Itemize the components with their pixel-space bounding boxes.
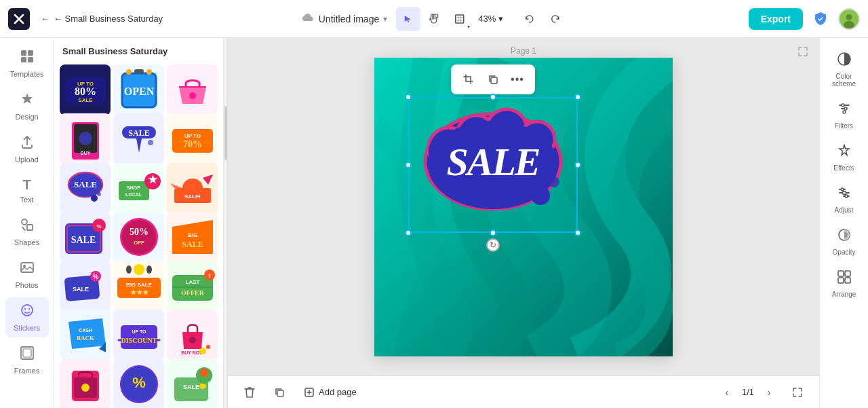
svg-text:SALE: SALE [74,179,97,189]
handle-bottom-right[interactable] [574,229,581,236]
sidebar-item-shapes[interactable]: Shapes [5,212,49,252]
sticker-item-6[interactable]: UP TO 70% [167,113,218,164]
undo-button[interactable] [517,7,541,31]
svg-point-58 [122,220,156,254]
sticker-item-11[interactable]: 50% OFF [113,212,164,263]
sticker-item-1[interactable]: UP TO 80% SALE [60,64,111,115]
right-panel-adjust[interactable]: Adjust [823,180,866,219]
next-page-button[interactable]: › [760,383,778,402]
handle-middle-right[interactable] [574,162,581,168]
more-sticker-button[interactable]: ••• [507,69,528,90]
shield-button[interactable] [808,7,833,31]
right-panel-arrange[interactable]: Arrange [823,264,866,303]
sidebar-item-text[interactable]: T Text [5,172,49,209]
text-label: Text [20,196,33,204]
sticker-item-9[interactable]: SALE! [167,163,218,214]
svg-point-86 [199,348,206,354]
panel-title: Small Business Saturday [54,38,223,62]
app-logo[interactable] [8,8,30,30]
svg-rect-130 [845,271,850,276]
svg-text:%: % [96,223,101,229]
sticker-item-10[interactable]: SALE % [60,212,111,263]
back-arrow: ← [41,14,50,24]
right-panel-effects[interactable]: Effects [823,138,866,177]
sticker-item-16[interactable]: CASH BACK [60,310,111,360]
right-panel-filters[interactable]: Filters [823,96,866,135]
select-tool-button[interactable] [395,7,420,31]
shapes-icon [20,217,35,236]
export-button[interactable]: Export [749,8,803,30]
svg-point-16 [28,308,29,310]
hand-tool-button[interactable] [421,7,446,31]
sticker-item-4[interactable]: BUY [60,113,111,164]
svg-rect-6 [21,50,26,56]
sticker-item-15[interactable]: LAST OFFER ! [167,261,218,312]
right-panel-color-scheme[interactable]: Color scheme [823,46,866,93]
svg-text:%: % [132,374,146,391]
sidebar-item-design[interactable]: Design [5,86,49,126]
svg-rect-45 [119,181,149,200]
zoom-value: 43% [478,14,496,24]
duplicate-sticker-button[interactable] [482,69,504,90]
svg-text:LOCAL: LOCAL [125,192,142,197]
right-panel-opacity[interactable]: Opacity [823,222,866,261]
sticker-item-21[interactable]: SALE [167,359,218,408]
sticker-item-7[interactable]: SALE [60,163,111,214]
svg-point-125 [842,191,846,195]
color-scheme-icon [837,52,852,70]
add-page-label: Add page [319,387,357,397]
file-name: Untitled image [319,14,380,24]
sticker-item-3[interactable] [167,64,218,115]
rotate-handle[interactable]: ↻ [486,238,500,252]
svg-point-84 [189,337,196,344]
redo-button[interactable] [542,7,567,31]
sticker-art-1: UP TO 80% SALE [62,67,109,114]
opacity-label: Opacity [833,248,856,256]
sticker-item-14[interactable]: BIG SALE ★★★ [113,261,164,312]
canvas-selected-sticker[interactable]: ••• [408,97,578,233]
sidebar-item-templates[interactable]: Templates [5,43,49,84]
sticker-item-17[interactable]: UP TO DISCOUNT [113,310,164,360]
user-avatar[interactable] [838,8,860,30]
svg-point-118 [549,177,559,187]
sticker-item-12[interactable]: BIG SALE [167,212,218,263]
svg-rect-7 [28,50,33,56]
sticker-item-13[interactable]: % SALE [60,261,111,312]
handle-top-center[interactable] [490,94,496,100]
sticker-item-18[interactable]: BUY NOW [167,310,218,360]
add-page-button[interactable]: Add page [298,384,362,401]
handle-bottom-center[interactable] [490,229,496,236]
handle-bottom-left[interactable] [405,229,412,236]
svg-point-98 [199,384,206,389]
sticker-item-5[interactable]: SALE [113,113,164,164]
frame-tool-button[interactable]: ▾ [447,7,471,31]
handle-middle-left[interactable] [405,162,412,168]
sticker-item-20[interactable]: % [113,359,164,408]
svg-text:★: ★ [148,174,158,185]
fit-canvas-button[interactable] [787,382,808,403]
delete-page-button[interactable] [239,382,260,403]
sticker-item-8[interactable]: SHOP LOCAL ★ [113,163,164,214]
svg-point-70 [126,265,132,274]
handle-top-right[interactable] [574,94,581,100]
sidebar-item-stickers[interactable]: Stickers [5,297,49,337]
svg-text:SALE: SALE [182,240,203,249]
sticker-art-20: % [115,360,163,408]
zoom-control[interactable]: 43% ▾ [473,11,509,26]
back-button[interactable]: ← ← Small Business Saturday [35,11,168,26]
duplicate-page-button[interactable] [269,382,290,403]
sticker-item-2[interactable]: OPEN [113,64,164,115]
sidebar-item-photos[interactable]: Photos [5,255,49,295]
main-area: Templates Design Upload T Text [0,38,868,408]
canvas-frame[interactable]: ••• [374,58,673,356]
svg-text:OFF: OFF [134,240,144,246]
sticker-item-19[interactable] [60,359,111,408]
zoom-chevron: ▾ [498,14,503,24]
sidebar-item-frames[interactable]: Frames [5,340,49,380]
scrollbar-thumb[interactable] [224,106,227,160]
handle-top-left[interactable] [405,94,412,100]
crop-sticker-button[interactable] [458,69,479,90]
file-menu-chevron[interactable]: ▾ [383,14,387,24]
prev-page-button[interactable]: ‹ [717,383,736,402]
sidebar-item-upload[interactable]: Upload [5,129,49,169]
